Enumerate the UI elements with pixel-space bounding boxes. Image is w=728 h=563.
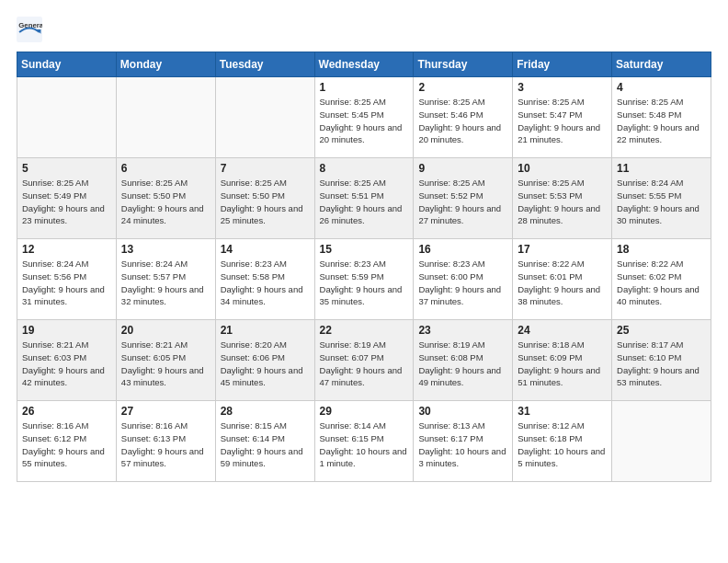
calendar-cell: 24Sunrise: 8:18 AM Sunset: 6:09 PM Dayli… [513, 320, 612, 401]
calendar-cell: 12Sunrise: 8:24 AM Sunset: 5:56 PM Dayli… [17, 239, 117, 320]
day-info: Sunrise: 8:24 AM Sunset: 5:55 PM Dayligh… [617, 177, 706, 227]
calendar-cell: 7Sunrise: 8:25 AM Sunset: 5:50 PM Daylig… [215, 158, 314, 239]
day-info: Sunrise: 8:21 AM Sunset: 6:05 PM Dayligh… [121, 339, 210, 389]
day-info: Sunrise: 8:18 AM Sunset: 6:09 PM Dayligh… [518, 339, 607, 389]
calendar-cell: 18Sunrise: 8:22 AM Sunset: 6:02 PM Dayli… [612, 239, 711, 320]
day-number: 17 [518, 243, 607, 256]
calendar-week-row: 12Sunrise: 8:24 AM Sunset: 5:56 PM Dayli… [17, 239, 711, 320]
day-number: 11 [617, 162, 706, 175]
day-number: 5 [22, 162, 111, 175]
day-number: 25 [617, 324, 706, 337]
calendar-cell: 9Sunrise: 8:25 AM Sunset: 5:52 PM Daylig… [414, 158, 513, 239]
day-info: Sunrise: 8:19 AM Sunset: 6:08 PM Dayligh… [418, 339, 507, 389]
day-info: Sunrise: 8:24 AM Sunset: 5:57 PM Dayligh… [121, 258, 210, 308]
weekday-header: Friday [513, 52, 612, 77]
day-number: 30 [418, 405, 507, 418]
day-number: 4 [617, 81, 706, 94]
calendar-cell: 2Sunrise: 8:25 AM Sunset: 5:46 PM Daylig… [414, 77, 513, 158]
calendar-cell: 27Sunrise: 8:16 AM Sunset: 6:13 PM Dayli… [116, 401, 215, 482]
calendar-cell: 30Sunrise: 8:13 AM Sunset: 6:17 PM Dayli… [414, 401, 513, 482]
calendar-cell: 17Sunrise: 8:22 AM Sunset: 6:01 PM Dayli… [513, 239, 612, 320]
day-number: 20 [121, 324, 210, 337]
day-number: 10 [518, 162, 607, 175]
day-number: 13 [121, 243, 210, 256]
page: General SundayMondayTuesdayWednesdayThur… [0, 0, 728, 499]
day-info: Sunrise: 8:23 AM Sunset: 6:00 PM Dayligh… [418, 258, 507, 308]
day-info: Sunrise: 8:23 AM Sunset: 5:59 PM Dayligh… [320, 258, 409, 308]
calendar-cell: 5Sunrise: 8:25 AM Sunset: 5:49 PM Daylig… [17, 158, 117, 239]
day-info: Sunrise: 8:22 AM Sunset: 6:02 PM Dayligh… [617, 258, 706, 308]
day-number: 12 [22, 243, 111, 256]
day-info: Sunrise: 8:20 AM Sunset: 6:06 PM Dayligh… [221, 339, 310, 389]
calendar-cell: 22Sunrise: 8:19 AM Sunset: 6:07 PM Dayli… [314, 320, 414, 401]
day-info: Sunrise: 8:25 AM Sunset: 5:49 PM Dayligh… [22, 177, 111, 227]
day-number: 24 [518, 324, 607, 337]
day-info: Sunrise: 8:15 AM Sunset: 6:14 PM Dayligh… [221, 419, 310, 470]
day-info: Sunrise: 8:25 AM Sunset: 5:51 PM Dayligh… [320, 177, 409, 227]
weekday-header: Monday [116, 52, 215, 77]
weekday-header: Sunday [17, 52, 117, 77]
day-info: Sunrise: 8:23 AM Sunset: 5:58 PM Dayligh… [221, 258, 310, 308]
day-number: 2 [418, 81, 507, 94]
logo-icon: General [17, 17, 42, 42]
calendar-cell: 10Sunrise: 8:25 AM Sunset: 5:53 PM Dayli… [513, 158, 612, 239]
day-info: Sunrise: 8:16 AM Sunset: 6:13 PM Dayligh… [121, 419, 210, 470]
day-number: 28 [221, 405, 310, 418]
calendar-cell: 23Sunrise: 8:19 AM Sunset: 6:08 PM Dayli… [414, 320, 513, 401]
day-info: Sunrise: 8:24 AM Sunset: 5:56 PM Dayligh… [22, 258, 111, 308]
calendar-cell: 4Sunrise: 8:25 AM Sunset: 5:48 PM Daylig… [612, 77, 711, 158]
calendar-cell [116, 77, 215, 158]
day-number: 8 [320, 162, 409, 175]
day-info: Sunrise: 8:25 AM Sunset: 5:47 PM Dayligh… [518, 96, 607, 146]
day-info: Sunrise: 8:19 AM Sunset: 6:07 PM Dayligh… [320, 339, 409, 389]
calendar-cell: 31Sunrise: 8:12 AM Sunset: 6:18 PM Dayli… [513, 401, 612, 482]
day-number: 14 [221, 243, 310, 256]
day-number: 3 [518, 81, 607, 94]
calendar-cell [17, 77, 117, 158]
calendar-cell: 28Sunrise: 8:15 AM Sunset: 6:14 PM Dayli… [215, 401, 314, 482]
header: General [17, 17, 711, 42]
day-info: Sunrise: 8:14 AM Sunset: 6:15 PM Dayligh… [320, 419, 409, 470]
day-number: 26 [22, 405, 111, 418]
day-info: Sunrise: 8:25 AM Sunset: 5:53 PM Dayligh… [518, 177, 607, 227]
day-number: 31 [518, 405, 607, 418]
day-number: 29 [320, 405, 409, 418]
day-info: Sunrise: 8:25 AM Sunset: 5:46 PM Dayligh… [418, 96, 507, 146]
day-number: 15 [320, 243, 409, 256]
day-info: Sunrise: 8:25 AM Sunset: 5:45 PM Dayligh… [320, 96, 409, 146]
day-info: Sunrise: 8:16 AM Sunset: 6:12 PM Dayligh… [22, 419, 111, 470]
calendar-week-row: 1Sunrise: 8:25 AM Sunset: 5:45 PM Daylig… [17, 77, 711, 158]
calendar-week-row: 26Sunrise: 8:16 AM Sunset: 6:12 PM Dayli… [17, 401, 711, 482]
day-number: 23 [418, 324, 507, 337]
calendar-cell: 19Sunrise: 8:21 AM Sunset: 6:03 PM Dayli… [17, 320, 117, 401]
day-number: 16 [418, 243, 507, 256]
weekday-header: Saturday [612, 52, 711, 77]
day-number: 6 [121, 162, 210, 175]
calendar-cell: 13Sunrise: 8:24 AM Sunset: 5:57 PM Dayli… [116, 239, 215, 320]
calendar-cell: 1Sunrise: 8:25 AM Sunset: 5:45 PM Daylig… [314, 77, 414, 158]
calendar-cell: 16Sunrise: 8:23 AM Sunset: 6:00 PM Dayli… [414, 239, 513, 320]
calendar-cell [612, 401, 711, 482]
calendar-cell: 11Sunrise: 8:24 AM Sunset: 5:55 PM Dayli… [612, 158, 711, 239]
calendar-cell: 20Sunrise: 8:21 AM Sunset: 6:05 PM Dayli… [116, 320, 215, 401]
day-number: 19 [22, 324, 111, 337]
calendar-cell: 25Sunrise: 8:17 AM Sunset: 6:10 PM Dayli… [612, 320, 711, 401]
calendar-cell: 14Sunrise: 8:23 AM Sunset: 5:58 PM Dayli… [215, 239, 314, 320]
day-info: Sunrise: 8:22 AM Sunset: 6:01 PM Dayligh… [518, 258, 607, 308]
calendar-cell: 29Sunrise: 8:14 AM Sunset: 6:15 PM Dayli… [314, 401, 414, 482]
day-number: 18 [617, 243, 706, 256]
calendar-cell: 6Sunrise: 8:25 AM Sunset: 5:50 PM Daylig… [116, 158, 215, 239]
day-number: 1 [320, 81, 409, 94]
day-number: 7 [221, 162, 310, 175]
day-info: Sunrise: 8:25 AM Sunset: 5:50 PM Dayligh… [121, 177, 210, 227]
calendar-table: SundayMondayTuesdayWednesdayThursdayFrid… [17, 52, 711, 482]
day-info: Sunrise: 8:25 AM Sunset: 5:48 PM Dayligh… [617, 96, 706, 146]
calendar-cell: 21Sunrise: 8:20 AM Sunset: 6:06 PM Dayli… [215, 320, 314, 401]
day-info: Sunrise: 8:12 AM Sunset: 6:18 PM Dayligh… [518, 419, 607, 470]
calendar-cell: 8Sunrise: 8:25 AM Sunset: 5:51 PM Daylig… [314, 158, 414, 239]
day-info: Sunrise: 8:21 AM Sunset: 6:03 PM Dayligh… [22, 339, 111, 389]
calendar-week-row: 19Sunrise: 8:21 AM Sunset: 6:03 PM Dayli… [17, 320, 711, 401]
calendar-cell: 15Sunrise: 8:23 AM Sunset: 5:59 PM Dayli… [314, 239, 414, 320]
logo: General [17, 17, 46, 42]
calendar-cell: 3Sunrise: 8:25 AM Sunset: 5:47 PM Daylig… [513, 77, 612, 158]
